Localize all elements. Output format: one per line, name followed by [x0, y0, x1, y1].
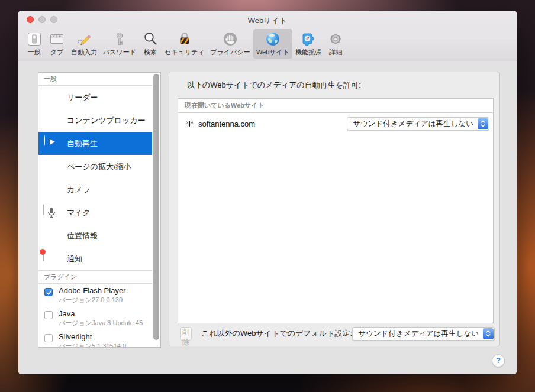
window-header: Webサイト 一般 タブ 自動入力 [18, 11, 517, 61]
globe-icon [265, 31, 281, 47]
sidebar-scrollbar[interactable] [152, 73, 160, 347]
sidebar-item-page-zoom[interactable]: ページの拡大/縮小 [38, 155, 160, 178]
toolbar-tab-label: Webサイト [256, 48, 289, 57]
websites-table: 現在開いているWebサイト softantenna.com サウンド付きメディア… [178, 98, 494, 323]
key-icon [111, 31, 128, 47]
silverlight-checkbox[interactable] [44, 334, 53, 342]
toolbar-tab-label: 一般 [28, 48, 41, 57]
autoplay-settings-panel: 以下のWebサイトでのメディアの自動再生を許可: 現在開いているWebサイト s… [169, 72, 500, 346]
close-button[interactable] [27, 16, 34, 23]
default-policy-popup[interactable]: サウンド付きメディアは再生しない [352, 327, 495, 341]
toolbar-tab-general[interactable]: 一般 [23, 29, 46, 59]
notification-badge-icon [43, 250, 44, 261]
flash-checkbox[interactable] [44, 288, 53, 296]
website-row[interactable]: softantenna.com サウンド付きメディアは再生しない [178, 113, 493, 134]
site-policy-popup[interactable]: サウンド付きメディアは再生しない [347, 117, 489, 131]
toolbar-tab-privacy[interactable]: プライバシー [208, 29, 253, 59]
toolbar-tab-extensions[interactable]: 機能拡張 [292, 29, 324, 59]
panel-footer: 削除 これ以外のWebサイトでのデフォルト設定: サウンド付きメディアは再生しな… [180, 326, 495, 341]
plugin-item-flash[interactable]: Adobe Flash Player バージョン27.0.0.130 [38, 284, 160, 307]
toolbar-tab-label: 機能拡張 [295, 48, 321, 57]
puzzle-piece-icon [300, 31, 317, 47]
padlock-icon [176, 31, 193, 47]
default-policy-value: サウンド付きメディアは再生しない [358, 329, 479, 339]
window-title: Webサイト [18, 11, 517, 26]
plugin-version: バージョン5.1.30514.0 [59, 342, 126, 348]
sidebar-item-camera[interactable]: カメラ [38, 178, 160, 201]
pencil-icon [76, 31, 92, 47]
toolbar-tab-autofill[interactable]: 自動入力 [68, 29, 100, 59]
preferences-content: 一般 リーダー コンテンツブロッカー 自動再生 ページの拡大/縮小 [18, 62, 517, 374]
plugin-item-silverlight[interactable]: Silverlight バージョン5.1.30514.0 [38, 330, 160, 348]
toolbar-tab-label: タブ [50, 48, 64, 57]
sidebar-item-autoplay[interactable]: 自動再生 [38, 132, 160, 155]
plugin-name: Adobe Flash Player [59, 286, 125, 295]
minimize-button[interactable] [38, 16, 46, 23]
safari-preferences-window: Webサイト 一般 タブ 自動入力 [18, 11, 517, 374]
toolbar-tab-passwords[interactable]: パスワード [100, 29, 139, 59]
plugin-name: Java [59, 309, 143, 318]
sidebar: 一般 リーダー コンテンツブロッカー 自動再生 ページの拡大/縮小 [38, 72, 161, 348]
toolbar-tab-search[interactable]: 検索 [139, 29, 162, 59]
toolbar-tab-label: 詳細 [329, 48, 342, 57]
delete-button[interactable]: 削除 [180, 327, 192, 341]
traffic-lights [27, 16, 57, 23]
sidebar-item-location[interactable]: 位置情報 [38, 224, 160, 247]
sidebar-section-plugins: プラグイン [38, 270, 160, 284]
toolbar-tab-label: 自動入力 [71, 48, 97, 57]
scrollbar-thumb[interactable] [153, 74, 159, 340]
hand-icon [222, 31, 239, 47]
java-checkbox[interactable] [44, 311, 53, 319]
titlebar[interactable]: Webサイト [18, 11, 517, 28]
toolbar-tab-label: パスワード [103, 48, 136, 57]
toolbar-tab-label: 検索 [144, 48, 157, 57]
toolbar-tab-security[interactable]: セキュリティ [162, 29, 208, 59]
popup-arrows-icon [483, 328, 494, 339]
toolbar-tab-label: プライバシー [211, 48, 250, 57]
magnifier-icon [142, 31, 159, 47]
sidebar-item-microphone[interactable]: マイク [38, 201, 160, 224]
gear-icon [327, 31, 344, 47]
plugin-version: バージョン27.0.0.130 [59, 296, 125, 304]
sidebar-section-general: 一般 [38, 73, 160, 86]
plugin-version: バージョンJava 8 Update 45 [59, 319, 143, 328]
softantenna-favicon-icon [185, 119, 194, 128]
sidebar-item-reader[interactable]: リーダー [38, 86, 160, 109]
site-policy-value: サウンド付きメディアは再生しない [353, 119, 473, 129]
site-name: softantenna.com [198, 119, 255, 128]
toolbar-tab-tabs[interactable]: タブ [46, 29, 68, 59]
zoom-button[interactable] [50, 16, 57, 23]
play-circle-icon [44, 135, 45, 146]
table-header: 現在開いているWebサイト [178, 99, 493, 113]
default-setting-label: これ以外のWebサイトでのデフォルト設定: [201, 328, 352, 339]
plugin-name: Silverlight [59, 332, 126, 341]
popup-arrows-icon [478, 118, 488, 129]
help-button[interactable]: ? [492, 354, 505, 367]
toolbar-tab-websites[interactable]: Webサイト [253, 29, 292, 59]
check-icon [46, 289, 53, 296]
toolbar-tab-label: セキュリティ [165, 48, 205, 57]
sidebar-item-notifications[interactable]: 通知 [38, 247, 160, 270]
light-switch-icon [26, 31, 43, 47]
toolbar-tab-advanced[interactable]: 詳細 [324, 29, 347, 59]
browser-tabs-icon [49, 31, 65, 47]
plugin-item-java[interactable]: Java バージョンJava 8 Update 45 [38, 307, 160, 330]
autoplay-allow-label: 以下のWebサイトでのメディアの自動再生を許可: [187, 80, 361, 90]
sidebar-item-content-blockers[interactable]: コンテンツブロッカー [38, 109, 160, 132]
preferences-toolbar: 一般 タブ 自動入力 パスワード [18, 28, 517, 61]
